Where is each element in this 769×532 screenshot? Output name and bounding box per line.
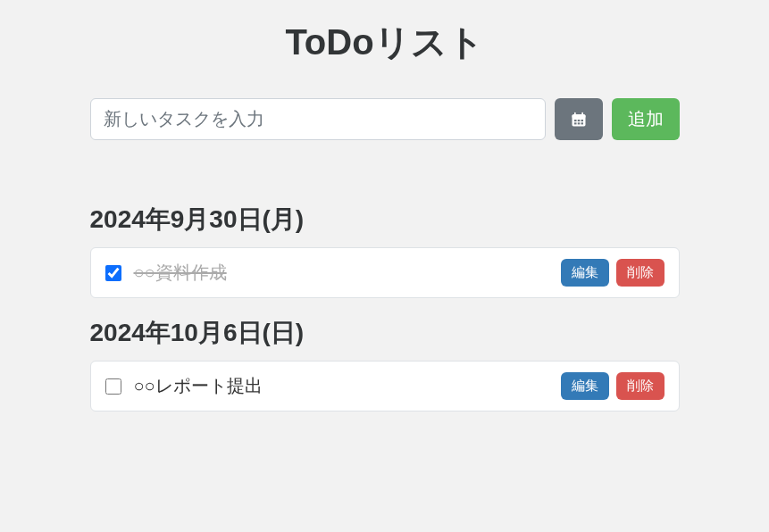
page-title: ToDoリスト [90,18,680,67]
svg-rect-1 [572,114,585,118]
svg-rect-8 [577,122,580,124]
svg-rect-4 [574,120,577,121]
task-input-row: 追加 [90,98,680,140]
task-text: ○○資料作成 [134,261,548,285]
edit-button[interactable]: 編集 [561,259,609,287]
task-item: ○○資料作成編集削除 [90,247,680,298]
svg-rect-2 [574,112,576,115]
delete-button[interactable]: 削除 [616,372,665,400]
edit-button[interactable]: 編集 [561,372,609,400]
add-button[interactable]: 追加 [612,98,680,140]
delete-button[interactable]: 削除 [616,259,665,287]
task-actions: 編集削除 [561,372,665,400]
task-actions: 編集削除 [561,259,665,287]
task-checkbox[interactable] [105,265,121,281]
task-groups: 2024年9月30日(月)○○資料作成編集削除2024年10月6日(日)○○レポ… [90,203,680,411]
date-header: 2024年10月6日(日) [90,316,680,350]
new-task-input[interactable] [90,98,546,140]
date-header: 2024年9月30日(月) [90,203,680,237]
task-item: ○○レポート提出編集削除 [90,361,680,411]
svg-rect-3 [581,112,583,115]
svg-rect-6 [581,120,583,121]
task-text: ○○レポート提出 [134,374,548,398]
calendar-icon [570,111,588,129]
calendar-button[interactable] [555,98,603,140]
svg-rect-7 [574,122,577,124]
svg-rect-9 [581,122,583,124]
task-checkbox[interactable] [105,378,121,395]
svg-rect-5 [577,120,580,121]
